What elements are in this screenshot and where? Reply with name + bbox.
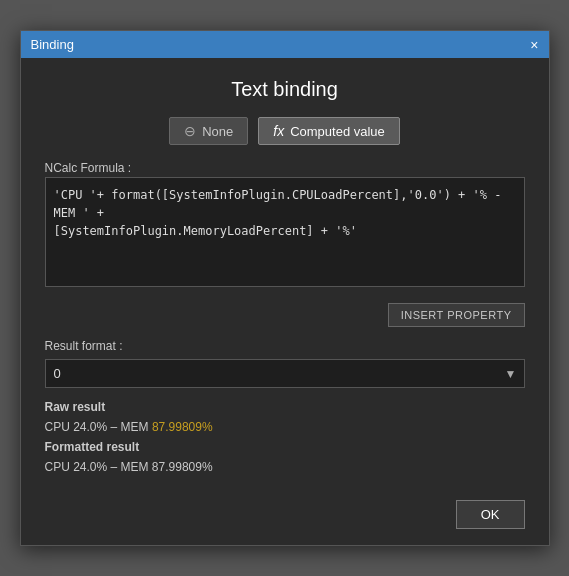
- binding-dialog: Binding × Text binding ⊖ None fx Compute…: [20, 30, 550, 546]
- formula-section: NCalc Formula : 'CPU '+ format([SystemIn…: [45, 161, 525, 291]
- titlebar: Binding ×: [21, 31, 549, 58]
- insert-property-row: INSERT PROPERTY: [45, 303, 525, 327]
- formatted-result-value: CPU 24.0% – MEM 87.99809%: [45, 460, 525, 474]
- none-label: None: [202, 124, 233, 139]
- formula-textarea[interactable]: 'CPU '+ format([SystemInfoPlugin.CPULoad…: [45, 177, 525, 287]
- none-icon: ⊖: [184, 123, 196, 139]
- insert-property-button[interactable]: INSERT PROPERTY: [388, 303, 525, 327]
- dialog-body: Text binding ⊖ None fx Computed value NC…: [21, 58, 549, 490]
- computed-value-button[interactable]: fx Computed value: [258, 117, 400, 145]
- formula-label: NCalc Formula :: [45, 161, 525, 175]
- result-format-section: Result format : 0 0.0 0.00 ▼: [45, 339, 525, 388]
- results-section: Raw result CPU 24.0% – MEM 87.99809% For…: [45, 400, 525, 474]
- computed-label: Computed value: [290, 124, 385, 139]
- close-button[interactable]: ×: [530, 38, 538, 52]
- result-format-label: Result format :: [45, 339, 525, 353]
- dialog-title: Text binding: [45, 78, 525, 101]
- raw-result-label: Raw result: [45, 400, 525, 414]
- titlebar-title: Binding: [31, 37, 74, 52]
- fx-icon: fx: [273, 123, 284, 139]
- binding-buttons: ⊖ None fx Computed value: [45, 117, 525, 145]
- raw-result-value: CPU 24.0% – MEM 87.99809%: [45, 420, 525, 434]
- none-button[interactable]: ⊖ None: [169, 117, 248, 145]
- dialog-footer: OK: [21, 490, 549, 545]
- formatted-result-label: Formatted result: [45, 440, 525, 454]
- format-select[interactable]: 0 0.0 0.00: [45, 359, 525, 388]
- raw-result-prefix: CPU 24.0% – MEM: [45, 420, 152, 434]
- format-select-wrapper: 0 0.0 0.00 ▼: [45, 359, 525, 388]
- ok-button[interactable]: OK: [456, 500, 525, 529]
- raw-result-highlight: 87.99809%: [152, 420, 213, 434]
